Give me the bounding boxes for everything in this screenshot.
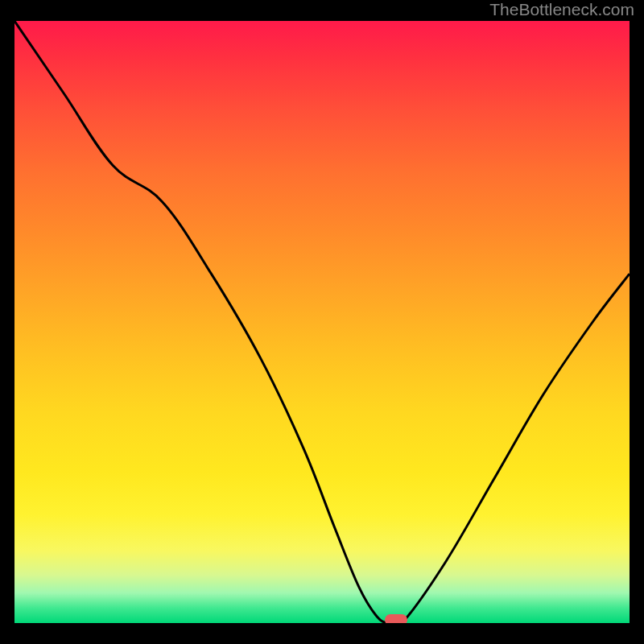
chart-plot-area: [14, 21, 630, 623]
bottleneck-curve-path: [14, 21, 630, 623]
chart-marker: [385, 614, 407, 623]
chart-curve: [14, 21, 630, 623]
watermark-text: TheBottleneck.com: [489, 0, 634, 19]
